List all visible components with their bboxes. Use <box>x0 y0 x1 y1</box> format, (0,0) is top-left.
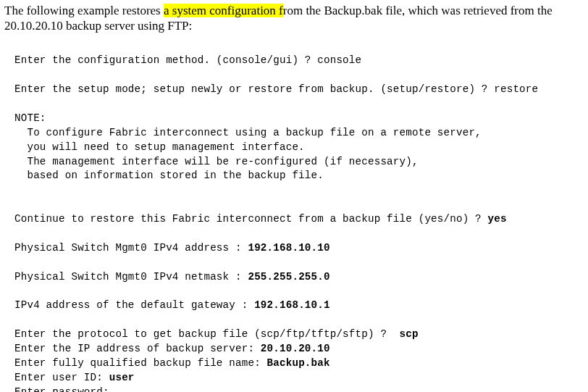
note-header: NOTE: <box>14 112 46 124</box>
ip-addr-value: 192.168.10.10 <box>248 242 329 254</box>
line-setup-mode: Enter the setup mode; setup newly or res… <box>14 83 538 95</box>
intro-highlighted: a system configuration f <box>164 4 283 17</box>
terminal-output: Enter the configuration method. (console… <box>14 40 584 393</box>
line-config-method: Enter the configuration method. (console… <box>14 54 361 66</box>
intro-pre: The following example restores <box>4 4 164 17</box>
continue-prompt: Continue to restore this Fabric intercon… <box>14 213 488 225</box>
ip-addr-label: Physical Switch Mgmt0 IPv4 address : <box>14 242 248 254</box>
gateway-value: 192.168.10.1 <box>254 299 330 311</box>
continue-answer: yes <box>488 213 507 225</box>
netmask-label: Physical Switch Mgmt0 IPv4 netmask : <box>14 271 248 283</box>
intro-paragraph: The following example restores a system … <box>4 3 584 34</box>
password-prompt: Enter password: <box>14 386 109 393</box>
server-answer: 20.10.20.10 <box>261 343 330 354</box>
note-line-1: To configure Fabric interconnect using a… <box>14 127 482 138</box>
protocol-prompt: Enter the protocol to get backup file (s… <box>14 328 400 340</box>
userid-answer: user <box>109 372 135 383</box>
note-line-2: you will need to setup management interf… <box>14 141 305 153</box>
note-line-3: The management interface will be re-conf… <box>14 156 419 167</box>
filename-prompt: Enter fully qualified backup file name: <box>14 357 267 369</box>
protocol-answer: scp <box>400 328 419 340</box>
userid-prompt: Enter user ID: <box>14 372 109 383</box>
filename-answer: Backup.bak <box>267 357 330 369</box>
netmask-value: 255.255.255.0 <box>248 271 329 283</box>
server-prompt: Enter the IP address of backup server: <box>14 343 261 354</box>
note-line-4: based on information stored in the backu… <box>14 170 324 181</box>
gateway-label: IPv4 address of the default gateway : <box>14 299 254 311</box>
